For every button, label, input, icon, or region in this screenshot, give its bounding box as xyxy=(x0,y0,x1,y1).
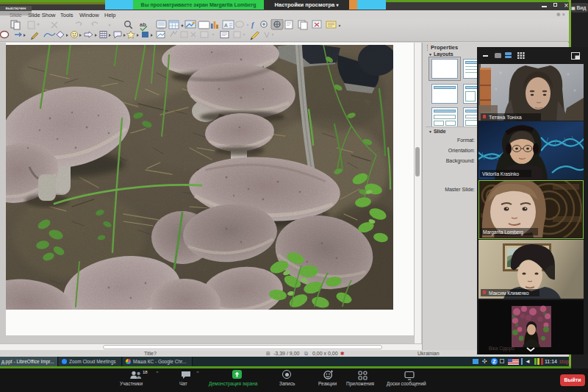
svg-text:A: A xyxy=(224,23,228,28)
svg-text:Максим Клименко: Максим Клименко xyxy=(489,291,529,296)
svg-text:f: f xyxy=(251,21,255,29)
svg-text:Віка Сідоро: Віка Сідоро xyxy=(489,346,514,352)
svg-text:ab: ab xyxy=(140,21,146,28)
svg-text:Margarita Lomberg: Margarita Lomberg xyxy=(483,229,523,235)
svg-text:Viktoriia Krasinko: Viktoriia Krasinko xyxy=(482,171,519,177)
svg-text:Тетяна Тоніха: Тетяна Тоніха xyxy=(489,115,522,120)
